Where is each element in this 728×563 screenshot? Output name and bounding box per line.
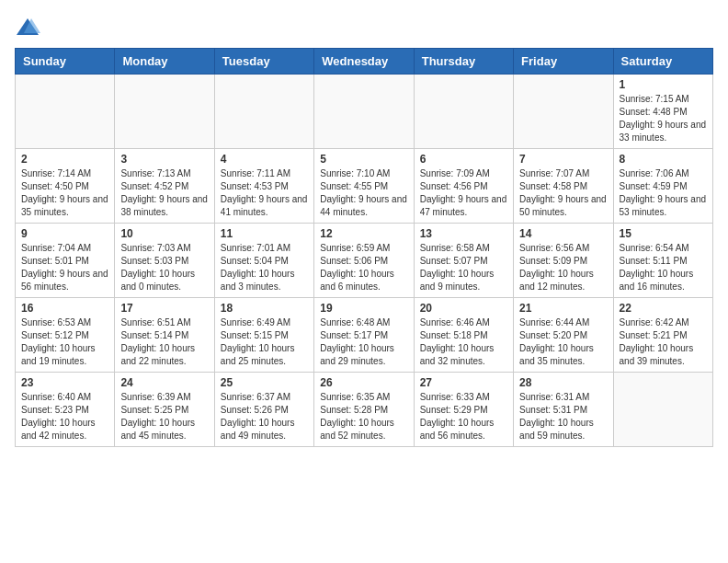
day-number: 2 [21,153,108,166]
day-number: 21 [519,302,607,315]
calendar-day-cell [514,75,613,149]
day-info: Sunrise: 6:31 AM Sunset: 5:31 PM Dayligh… [519,391,607,442]
day-number: 26 [320,376,407,389]
day-info: Sunrise: 6:58 AM Sunset: 5:07 PM Dayligh… [420,242,507,293]
logo [15,15,44,40]
day-number: 6 [420,153,507,166]
day-number: 5 [320,153,407,166]
day-info: Sunrise: 6:48 AM Sunset: 5:17 PM Dayligh… [320,316,407,368]
day-number: 12 [320,227,407,240]
calendar-day-cell: 7Sunrise: 7:07 AM Sunset: 4:58 PM Daylig… [514,149,613,224]
calendar-day-cell: 13Sunrise: 6:58 AM Sunset: 5:07 PM Dayli… [414,224,513,298]
day-of-week-header: Sunday [16,49,115,75]
calendar-day-cell: 1Sunrise: 7:15 AM Sunset: 4:48 PM Daylig… [613,75,712,149]
day-info: Sunrise: 7:03 AM Sunset: 5:03 PM Dayligh… [120,242,208,293]
day-number: 18 [221,302,308,315]
day-number: 13 [420,227,507,240]
calendar-day-cell: 2Sunrise: 7:14 AM Sunset: 4:50 PM Daylig… [16,149,115,224]
calendar-day-cell: 22Sunrise: 6:42 AM Sunset: 5:21 PM Dayli… [613,298,712,373]
day-of-week-header: Saturday [613,49,712,75]
day-info: Sunrise: 7:10 AM Sunset: 4:55 PM Dayligh… [320,167,407,219]
day-info: Sunrise: 6:51 AM Sunset: 5:14 PM Dayligh… [120,316,208,368]
calendar-day-cell: 28Sunrise: 6:31 AM Sunset: 5:31 PM Dayli… [514,373,613,447]
day-number: 8 [620,153,707,166]
calendar-day-cell [414,75,513,149]
calendar-day-cell: 14Sunrise: 6:56 AM Sunset: 5:09 PM Dayli… [514,224,613,298]
day-of-week-header: Friday [514,49,613,75]
day-number: 22 [620,302,707,315]
day-info: Sunrise: 7:09 AM Sunset: 4:56 PM Dayligh… [420,167,507,219]
day-info: Sunrise: 6:33 AM Sunset: 5:29 PM Dayligh… [420,391,507,442]
day-number: 28 [519,376,607,389]
day-info: Sunrise: 6:56 AM Sunset: 5:09 PM Dayligh… [519,242,607,293]
day-number: 7 [519,153,607,166]
day-info: Sunrise: 6:46 AM Sunset: 5:18 PM Dayligh… [420,316,507,368]
day-info: Sunrise: 7:07 AM Sunset: 4:58 PM Dayligh… [519,167,607,219]
day-info: Sunrise: 6:35 AM Sunset: 5:28 PM Dayligh… [320,391,407,442]
day-number: 24 [120,376,208,389]
calendar-table: SundayMondayTuesdayWednesdayThursdayFrid… [15,48,713,447]
day-number: 3 [120,153,208,166]
day-info: Sunrise: 7:14 AM Sunset: 4:50 PM Dayligh… [21,167,108,219]
day-number: 25 [221,376,308,389]
day-info: Sunrise: 6:40 AM Sunset: 5:23 PM Dayligh… [21,391,108,442]
day-of-week-header: Tuesday [214,49,313,75]
day-number: 10 [120,227,208,240]
day-of-week-header: Monday [115,49,214,75]
calendar-week-row: 9Sunrise: 7:04 AM Sunset: 5:01 PM Daylig… [16,224,713,298]
calendar-day-cell: 4Sunrise: 7:11 AM Sunset: 4:53 PM Daylig… [214,149,313,224]
calendar-day-cell: 5Sunrise: 7:10 AM Sunset: 4:55 PM Daylig… [314,149,414,224]
day-number: 1 [620,78,707,91]
calendar-day-cell [16,75,115,149]
calendar-day-cell: 19Sunrise: 6:48 AM Sunset: 5:17 PM Dayli… [314,298,414,373]
calendar-day-cell: 16Sunrise: 6:53 AM Sunset: 5:12 PM Dayli… [16,298,115,373]
calendar-day-cell: 8Sunrise: 7:06 AM Sunset: 4:59 PM Daylig… [613,149,712,224]
calendar-header-row: SundayMondayTuesdayWednesdayThursdayFrid… [16,49,713,75]
day-info: Sunrise: 6:49 AM Sunset: 5:15 PM Dayligh… [221,316,308,368]
day-info: Sunrise: 7:11 AM Sunset: 4:53 PM Dayligh… [221,167,308,219]
calendar-day-cell: 9Sunrise: 7:04 AM Sunset: 5:01 PM Daylig… [16,224,115,298]
calendar-day-cell [613,373,712,447]
day-info: Sunrise: 6:59 AM Sunset: 5:06 PM Dayligh… [320,242,407,293]
calendar-week-row: 2Sunrise: 7:14 AM Sunset: 4:50 PM Daylig… [16,149,713,224]
day-number: 20 [420,302,507,315]
day-number: 19 [320,302,407,315]
day-number: 17 [120,302,208,315]
calendar-day-cell: 25Sunrise: 6:37 AM Sunset: 5:26 PM Dayli… [214,373,313,447]
calendar-day-cell: 27Sunrise: 6:33 AM Sunset: 5:29 PM Dayli… [414,373,513,447]
calendar-week-row: 16Sunrise: 6:53 AM Sunset: 5:12 PM Dayli… [16,298,713,373]
day-info: Sunrise: 6:37 AM Sunset: 5:26 PM Dayligh… [221,391,308,442]
day-number: 9 [21,227,108,240]
calendar-day-cell: 15Sunrise: 6:54 AM Sunset: 5:11 PM Dayli… [613,224,712,298]
calendar-day-cell: 6Sunrise: 7:09 AM Sunset: 4:56 PM Daylig… [414,149,513,224]
day-number: 23 [21,376,108,389]
day-info: Sunrise: 7:01 AM Sunset: 5:04 PM Dayligh… [221,242,308,293]
day-info: Sunrise: 6:54 AM Sunset: 5:11 PM Dayligh… [620,242,707,293]
day-number: 16 [21,302,108,315]
day-info: Sunrise: 6:44 AM Sunset: 5:20 PM Dayligh… [519,316,607,368]
calendar-day-cell: 12Sunrise: 6:59 AM Sunset: 5:06 PM Dayli… [314,224,414,298]
day-number: 4 [221,153,308,166]
calendar-day-cell: 24Sunrise: 6:39 AM Sunset: 5:25 PM Dayli… [115,373,214,447]
day-of-week-header: Wednesday [314,49,414,75]
day-number: 11 [221,227,308,240]
page-header [15,15,713,40]
calendar-day-cell: 3Sunrise: 7:13 AM Sunset: 4:52 PM Daylig… [115,149,214,224]
calendar-week-row: 1Sunrise: 7:15 AM Sunset: 4:48 PM Daylig… [16,75,713,149]
calendar-day-cell: 23Sunrise: 6:40 AM Sunset: 5:23 PM Dayli… [16,373,115,447]
calendar-day-cell [115,75,214,149]
day-info: Sunrise: 7:04 AM Sunset: 5:01 PM Dayligh… [21,242,108,293]
calendar-day-cell [214,75,313,149]
calendar-day-cell: 17Sunrise: 6:51 AM Sunset: 5:14 PM Dayli… [115,298,214,373]
day-info: Sunrise: 7:15 AM Sunset: 4:48 PM Dayligh… [620,93,707,144]
day-number: 14 [519,227,607,240]
calendar-day-cell: 26Sunrise: 6:35 AM Sunset: 5:28 PM Dayli… [314,373,414,447]
day-info: Sunrise: 6:42 AM Sunset: 5:21 PM Dayligh… [620,316,707,368]
day-number: 15 [620,227,707,240]
day-info: Sunrise: 6:39 AM Sunset: 5:25 PM Dayligh… [120,391,208,442]
logo-icon [15,15,40,40]
day-of-week-header: Thursday [414,49,513,75]
calendar-day-cell: 21Sunrise: 6:44 AM Sunset: 5:20 PM Dayli… [514,298,613,373]
day-info: Sunrise: 7:06 AM Sunset: 4:59 PM Dayligh… [620,167,707,219]
calendar-day-cell: 18Sunrise: 6:49 AM Sunset: 5:15 PM Dayli… [214,298,313,373]
